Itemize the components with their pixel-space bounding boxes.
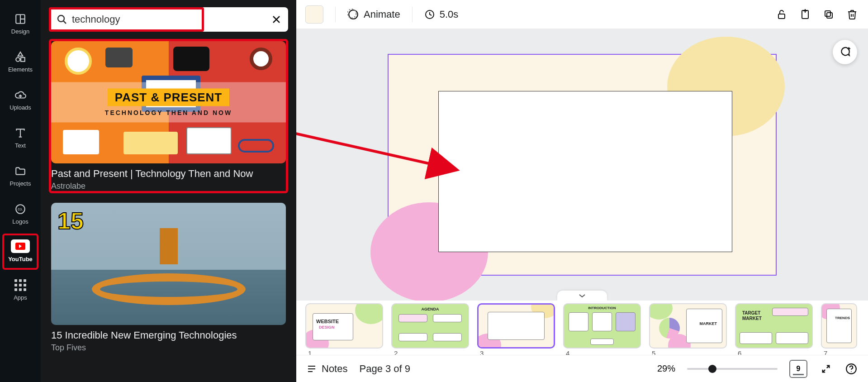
page-indicator: Page 3 of 9 [359,363,410,375]
thumbnail-badge: 15 [57,207,84,234]
svg-line-11 [63,21,66,24]
slide-number: 3 [480,349,555,355]
apps-grid-icon [14,279,27,291]
animate-button[interactable]: Animate [347,9,400,20]
youtube-result-2[interactable]: 15 15 Incredible New Emerging Technologi… [49,201,288,355]
total-pages: 9 [797,365,801,373]
fullscreen-button[interactable] [819,362,833,376]
grid-view-button[interactable]: 9 [789,360,807,378]
add-page-icon [800,9,811,20]
rail-label: YouTube [8,256,33,263]
slide-thumb-5[interactable]: MARKET 5 [649,303,727,355]
comment-plus-icon [839,46,851,58]
add-page-button[interactable] [798,8,812,21]
duration-label: 5.0s [440,9,459,20]
svg-text:co.: co. [18,207,23,211]
svg-point-32 [851,371,852,372]
logo-icon: co. [14,203,27,215]
result-title: Past and Present | Technology Then and N… [51,168,286,180]
bottom-bar: Notes Page 3 of 9 29% 9 [296,355,868,382]
duration-button[interactable]: 5.0s [424,9,459,20]
svg-rect-22 [825,11,830,16]
duplicate-icon [823,9,834,20]
chevron-down-icon [578,293,586,298]
svg-point-10 [58,15,64,22]
context-toolbar: Animate 5.0s [296,0,868,29]
notes-button[interactable]: Notes [306,363,347,375]
trash-icon [847,9,858,20]
comment-fab[interactable] [833,40,857,64]
separator [412,7,413,22]
slide-thumb-1[interactable]: WEBSITE DESIGN 1 [305,303,383,355]
clock-icon [424,9,435,20]
svg-marker-3 [18,52,23,56]
svg-rect-5 [21,57,25,62]
slide-thumb-4[interactable]: INTRODUCTION 4 [563,303,641,355]
rail-apps[interactable]: Apps [2,272,38,308]
canvas-area[interactable] [296,29,868,301]
background-color-swatch[interactable] [305,5,323,24]
rail-logos[interactable]: co. Logos [2,196,38,232]
rail-text[interactable]: Text [2,119,38,156]
help-icon [845,363,857,375]
help-button[interactable] [844,362,858,376]
result-thumbnail: PAST & PRESENT TECHNOLOGY THEN AND NOW [51,41,286,163]
page-inner-frame[interactable] [438,91,732,252]
slide-thumb-7[interactable]: TRENDS 7 [821,303,857,355]
rail-label: Projects [10,180,31,187]
slide-number: 4 [566,349,641,355]
shapes-icon [14,51,27,63]
search-box[interactable] [49,7,288,32]
svg-point-4 [16,57,20,62]
folder-icon [14,165,27,177]
result-author: Astrolabe [51,181,286,191]
slide-number: 5 [652,349,727,355]
notes-icon [306,363,317,374]
slide-thumb-6[interactable]: TARGET MARKET 6 [735,303,813,355]
main-area: Animate 5.0s [296,0,868,382]
rail-label: Uploads [9,104,31,111]
slide-number: 2 [394,349,469,355]
zoom-slider[interactable] [687,368,778,370]
youtube-panel: PAST & PRESENT TECHNOLOGY THEN AND NOW P… [41,0,296,382]
slide-thumb-3[interactable]: 3 [477,303,555,355]
close-icon [271,14,282,25]
animate-icon [347,9,359,20]
youtube-result-1[interactable]: PAST & PRESENT TECHNOLOGY THEN AND NOW P… [49,39,288,193]
clear-search-button[interactable] [271,14,282,25]
zoom-value: 29% [657,363,675,374]
unlock-icon [776,9,787,20]
rail-projects[interactable]: Projects [2,158,38,194]
delete-page-button[interactable] [845,8,859,21]
template-icon [14,13,27,25]
duplicate-page-button[interactable] [822,8,835,21]
cloud-upload-icon [14,89,27,101]
rail-label: Text [15,142,26,149]
animate-label: Animate [364,9,400,20]
expand-icon [821,364,831,374]
text-icon [14,127,27,139]
thumb-subheading: TECHNOLOGY THEN AND NOW [51,109,286,116]
left-rail: Design Elements Uploads Text Projects co… [0,0,41,382]
canvas-page[interactable] [388,54,777,276]
svg-rect-21 [827,13,832,18]
rail-label: Apps [14,294,27,301]
thumb-heading: PAST & PRESENT [108,89,229,106]
lock-button[interactable] [775,8,788,21]
youtube-icon [11,239,30,253]
rail-label: Elements [8,66,33,73]
rail-elements[interactable]: Elements [2,43,38,80]
slide-thumb-2[interactable]: AGENDA 2 [391,303,469,355]
search-input[interactable] [72,14,196,25]
expand-thumbnails-button[interactable] [557,291,607,301]
rail-design[interactable]: Design [2,5,38,42]
result-title: 15 Incredible New Emerging Technologies [51,329,286,341]
rail-youtube[interactable]: YouTube [2,234,38,270]
separator [335,7,336,22]
slide-number: 6 [738,349,813,355]
slide-number: 7 [824,349,857,355]
result-thumbnail: 15 [51,203,286,325]
slide-thumbnails: WEBSITE DESIGN 1 AGENDA 2 3 [296,301,868,355]
rail-label: Design [11,28,29,35]
rail-uploads[interactable]: Uploads [2,81,38,118]
